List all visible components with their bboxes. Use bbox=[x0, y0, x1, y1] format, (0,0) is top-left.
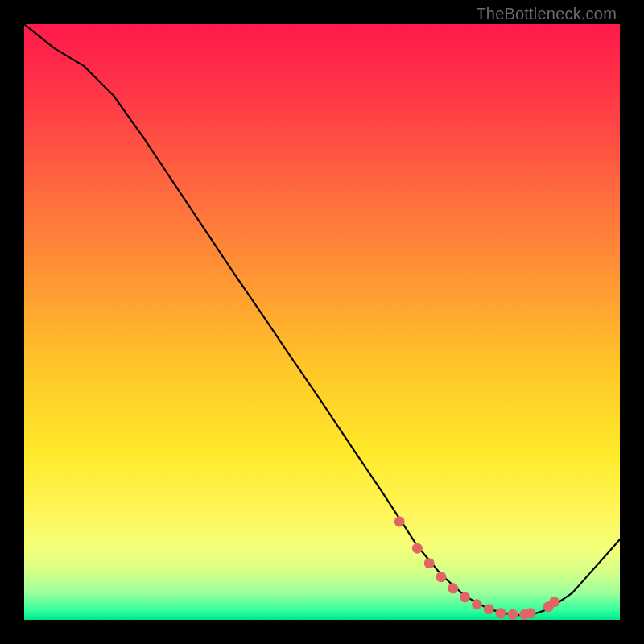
marker-dot bbox=[472, 599, 482, 609]
marker-dot bbox=[448, 583, 458, 593]
chart-svg bbox=[24, 24, 620, 620]
marker-dot bbox=[549, 597, 559, 607]
marker-dot bbox=[507, 609, 518, 620]
marker-dot bbox=[460, 592, 470, 602]
plot-area bbox=[24, 24, 620, 620]
marker-dot bbox=[412, 543, 423, 554]
chart-frame: TheBottleneck.com bbox=[0, 0, 644, 644]
marker-dot bbox=[484, 604, 494, 614]
marker-dot bbox=[424, 558, 435, 568]
marker-dot bbox=[394, 516, 405, 526]
marker-dot bbox=[436, 572, 447, 582]
watermark-text: TheBottleneck.com bbox=[476, 5, 617, 23]
marker-dot bbox=[496, 608, 506, 618]
gradient-background bbox=[24, 24, 620, 620]
marker-dot bbox=[526, 608, 536, 618]
